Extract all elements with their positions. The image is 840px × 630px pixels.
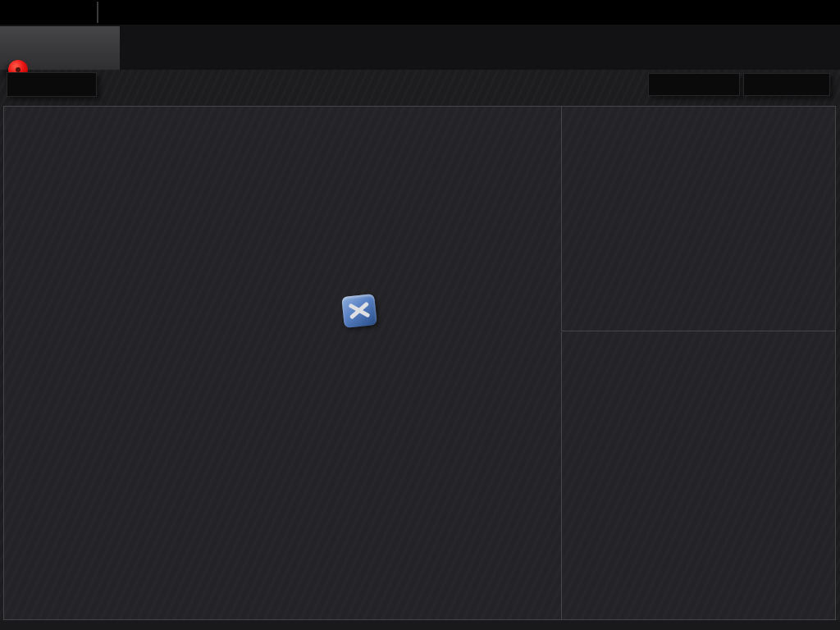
tab-strip	[120, 26, 838, 70]
watermark-x-icon	[341, 294, 377, 328]
qflash-button[interactable]	[743, 73, 830, 96]
help-panel	[561, 107, 835, 331]
bios-screen	[0, 0, 840, 630]
back-button[interactable]	[7, 72, 97, 97]
logo-divider	[97, 2, 98, 23]
language-button[interactable]	[648, 73, 740, 96]
bottom-strip	[0, 620, 840, 630]
settings-list	[4, 107, 560, 619]
top-bar	[0, 0, 840, 25]
tab-bar	[0, 25, 840, 70]
watermark	[343, 294, 491, 331]
content-frame	[3, 106, 836, 620]
shortcuts-panel	[561, 332, 835, 619]
